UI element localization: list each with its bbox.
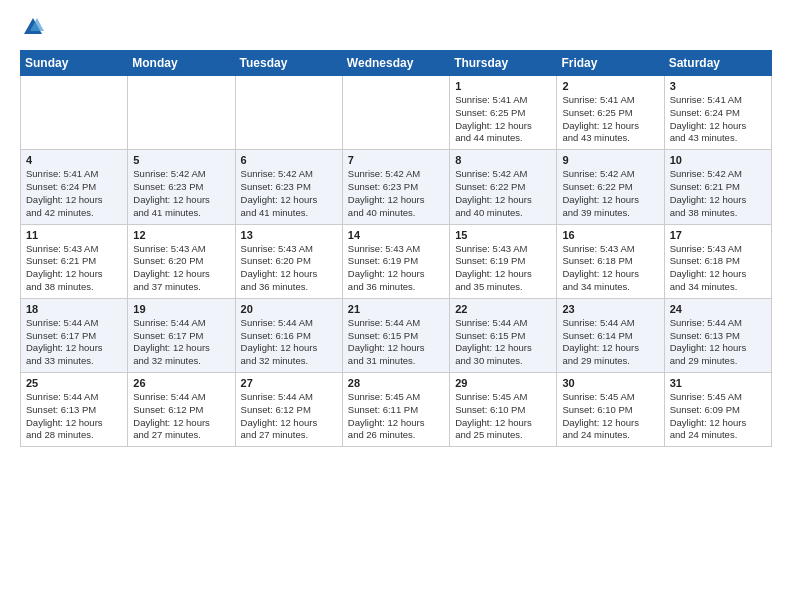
day-info: Sunrise: 5:41 AM Sunset: 6:25 PM Dayligh… [562, 94, 658, 145]
day-info: Sunrise: 5:44 AM Sunset: 6:15 PM Dayligh… [348, 317, 444, 368]
day-info: Sunrise: 5:44 AM Sunset: 6:13 PM Dayligh… [26, 391, 122, 442]
calendar-cell: 30Sunrise: 5:45 AM Sunset: 6:10 PM Dayli… [557, 373, 664, 447]
day-info: Sunrise: 5:43 AM Sunset: 6:21 PM Dayligh… [26, 243, 122, 294]
day-number: 10 [670, 154, 766, 166]
day-number: 19 [133, 303, 229, 315]
calendar-cell: 13Sunrise: 5:43 AM Sunset: 6:20 PM Dayli… [235, 224, 342, 298]
day-number: 3 [670, 80, 766, 92]
calendar-cell: 21Sunrise: 5:44 AM Sunset: 6:15 PM Dayli… [342, 298, 449, 372]
day-info: Sunrise: 5:44 AM Sunset: 6:15 PM Dayligh… [455, 317, 551, 368]
day-info: Sunrise: 5:43 AM Sunset: 6:18 PM Dayligh… [670, 243, 766, 294]
logo-icon [22, 16, 44, 38]
day-number: 12 [133, 229, 229, 241]
day-number: 31 [670, 377, 766, 389]
page: SundayMondayTuesdayWednesdayThursdayFrid… [0, 0, 792, 463]
weekday-header-saturday: Saturday [664, 51, 771, 76]
day-number: 1 [455, 80, 551, 92]
calendar-cell: 1Sunrise: 5:41 AM Sunset: 6:25 PM Daylig… [450, 76, 557, 150]
day-number: 11 [26, 229, 122, 241]
calendar-cell: 3Sunrise: 5:41 AM Sunset: 6:24 PM Daylig… [664, 76, 771, 150]
calendar-week-2: 4Sunrise: 5:41 AM Sunset: 6:24 PM Daylig… [21, 150, 772, 224]
day-number: 7 [348, 154, 444, 166]
calendar-cell: 22Sunrise: 5:44 AM Sunset: 6:15 PM Dayli… [450, 298, 557, 372]
calendar-cell: 9Sunrise: 5:42 AM Sunset: 6:22 PM Daylig… [557, 150, 664, 224]
day-number: 22 [455, 303, 551, 315]
calendar-cell: 18Sunrise: 5:44 AM Sunset: 6:17 PM Dayli… [21, 298, 128, 372]
day-info: Sunrise: 5:44 AM Sunset: 6:13 PM Dayligh… [670, 317, 766, 368]
calendar-week-3: 11Sunrise: 5:43 AM Sunset: 6:21 PM Dayli… [21, 224, 772, 298]
weekday-header-wednesday: Wednesday [342, 51, 449, 76]
day-info: Sunrise: 5:41 AM Sunset: 6:24 PM Dayligh… [26, 168, 122, 219]
weekday-header-tuesday: Tuesday [235, 51, 342, 76]
calendar-cell: 17Sunrise: 5:43 AM Sunset: 6:18 PM Dayli… [664, 224, 771, 298]
calendar-cell: 2Sunrise: 5:41 AM Sunset: 6:25 PM Daylig… [557, 76, 664, 150]
day-number: 29 [455, 377, 551, 389]
day-info: Sunrise: 5:45 AM Sunset: 6:10 PM Dayligh… [455, 391, 551, 442]
day-number: 21 [348, 303, 444, 315]
day-number: 23 [562, 303, 658, 315]
calendar-cell: 12Sunrise: 5:43 AM Sunset: 6:20 PM Dayli… [128, 224, 235, 298]
calendar-cell: 27Sunrise: 5:44 AM Sunset: 6:12 PM Dayli… [235, 373, 342, 447]
calendar-cell: 14Sunrise: 5:43 AM Sunset: 6:19 PM Dayli… [342, 224, 449, 298]
calendar-cell: 24Sunrise: 5:44 AM Sunset: 6:13 PM Dayli… [664, 298, 771, 372]
header [20, 16, 772, 38]
calendar-cell: 6Sunrise: 5:42 AM Sunset: 6:23 PM Daylig… [235, 150, 342, 224]
day-info: Sunrise: 5:44 AM Sunset: 6:12 PM Dayligh… [241, 391, 337, 442]
calendar-cell: 25Sunrise: 5:44 AM Sunset: 6:13 PM Dayli… [21, 373, 128, 447]
calendar-week-5: 25Sunrise: 5:44 AM Sunset: 6:13 PM Dayli… [21, 373, 772, 447]
day-info: Sunrise: 5:44 AM Sunset: 6:12 PM Dayligh… [133, 391, 229, 442]
day-number: 18 [26, 303, 122, 315]
day-info: Sunrise: 5:44 AM Sunset: 6:14 PM Dayligh… [562, 317, 658, 368]
day-number: 5 [133, 154, 229, 166]
day-number: 17 [670, 229, 766, 241]
weekday-header-sunday: Sunday [21, 51, 128, 76]
day-info: Sunrise: 5:45 AM Sunset: 6:11 PM Dayligh… [348, 391, 444, 442]
calendar-cell: 8Sunrise: 5:42 AM Sunset: 6:22 PM Daylig… [450, 150, 557, 224]
day-info: Sunrise: 5:42 AM Sunset: 6:21 PM Dayligh… [670, 168, 766, 219]
calendar-cell: 7Sunrise: 5:42 AM Sunset: 6:23 PM Daylig… [342, 150, 449, 224]
calendar-cell [128, 76, 235, 150]
calendar-table: SundayMondayTuesdayWednesdayThursdayFrid… [20, 50, 772, 447]
weekday-header-monday: Monday [128, 51, 235, 76]
calendar-cell: 28Sunrise: 5:45 AM Sunset: 6:11 PM Dayli… [342, 373, 449, 447]
day-info: Sunrise: 5:43 AM Sunset: 6:19 PM Dayligh… [455, 243, 551, 294]
day-info: Sunrise: 5:45 AM Sunset: 6:09 PM Dayligh… [670, 391, 766, 442]
day-number: 6 [241, 154, 337, 166]
weekday-header-thursday: Thursday [450, 51, 557, 76]
day-number: 27 [241, 377, 337, 389]
day-info: Sunrise: 5:43 AM Sunset: 6:20 PM Dayligh… [133, 243, 229, 294]
day-number: 15 [455, 229, 551, 241]
day-info: Sunrise: 5:42 AM Sunset: 6:23 PM Dayligh… [348, 168, 444, 219]
day-number: 2 [562, 80, 658, 92]
day-number: 30 [562, 377, 658, 389]
calendar-cell: 26Sunrise: 5:44 AM Sunset: 6:12 PM Dayli… [128, 373, 235, 447]
day-number: 13 [241, 229, 337, 241]
day-number: 16 [562, 229, 658, 241]
day-info: Sunrise: 5:41 AM Sunset: 6:24 PM Dayligh… [670, 94, 766, 145]
day-number: 9 [562, 154, 658, 166]
calendar-cell: 29Sunrise: 5:45 AM Sunset: 6:10 PM Dayli… [450, 373, 557, 447]
day-number: 25 [26, 377, 122, 389]
day-info: Sunrise: 5:41 AM Sunset: 6:25 PM Dayligh… [455, 94, 551, 145]
calendar-cell: 16Sunrise: 5:43 AM Sunset: 6:18 PM Dayli… [557, 224, 664, 298]
day-number: 4 [26, 154, 122, 166]
day-number: 20 [241, 303, 337, 315]
weekday-header-friday: Friday [557, 51, 664, 76]
calendar-cell: 23Sunrise: 5:44 AM Sunset: 6:14 PM Dayli… [557, 298, 664, 372]
day-number: 14 [348, 229, 444, 241]
calendar-cell [342, 76, 449, 150]
calendar-cell: 15Sunrise: 5:43 AM Sunset: 6:19 PM Dayli… [450, 224, 557, 298]
calendar-cell: 5Sunrise: 5:42 AM Sunset: 6:23 PM Daylig… [128, 150, 235, 224]
day-info: Sunrise: 5:42 AM Sunset: 6:22 PM Dayligh… [562, 168, 658, 219]
calendar-week-1: 1Sunrise: 5:41 AM Sunset: 6:25 PM Daylig… [21, 76, 772, 150]
day-info: Sunrise: 5:42 AM Sunset: 6:23 PM Dayligh… [241, 168, 337, 219]
day-number: 8 [455, 154, 551, 166]
calendar-cell [21, 76, 128, 150]
day-info: Sunrise: 5:43 AM Sunset: 6:18 PM Dayligh… [562, 243, 658, 294]
calendar-week-4: 18Sunrise: 5:44 AM Sunset: 6:17 PM Dayli… [21, 298, 772, 372]
calendar-cell: 20Sunrise: 5:44 AM Sunset: 6:16 PM Dayli… [235, 298, 342, 372]
day-info: Sunrise: 5:42 AM Sunset: 6:23 PM Dayligh… [133, 168, 229, 219]
calendar-cell: 19Sunrise: 5:44 AM Sunset: 6:17 PM Dayli… [128, 298, 235, 372]
logo [20, 16, 44, 38]
day-info: Sunrise: 5:44 AM Sunset: 6:16 PM Dayligh… [241, 317, 337, 368]
